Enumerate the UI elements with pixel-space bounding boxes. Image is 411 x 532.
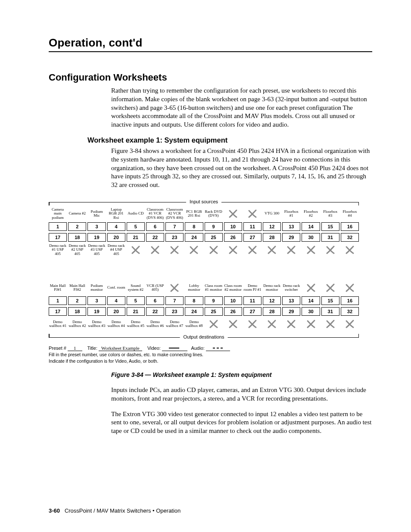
annotation-cell: Floorbox #2 <box>302 207 320 221</box>
number-cell: 10 <box>224 296 242 305</box>
number-cell: 8 <box>185 296 203 305</box>
number-cell: 26 <box>224 233 242 242</box>
crossed-out-cell <box>302 281 320 295</box>
annotation-cell: VCR (USP 405) <box>146 281 164 295</box>
crossed-out-cell <box>165 243 184 257</box>
preset-value: 1 <box>68 345 82 351</box>
number-cell: 14 <box>302 222 320 231</box>
number-cell: 4 <box>107 296 125 305</box>
crossed-out-cell <box>205 317 223 331</box>
page-footer: 3-60 CrossPoint / MAV Matrix Switchers •… <box>49 507 181 514</box>
number-cell: 5 <box>127 222 145 231</box>
number-cell: 31 <box>321 233 339 242</box>
number-cell: 1 <box>49 296 67 305</box>
annotation-cell: Classroom #1 VCR (DVS 406) <box>146 207 164 221</box>
input-numbers-row2: 17181920212223242526272829303132 <box>49 233 359 242</box>
number-cell: 25 <box>205 233 223 242</box>
crossed-out-cell <box>282 317 300 331</box>
crossed-out-cell <box>263 317 281 331</box>
number-cell: 17 <box>49 307 67 316</box>
annotation-cell: Main Hall PJ#2 <box>68 281 86 295</box>
crossed-out-cell <box>165 281 184 295</box>
number-cell: 9 <box>205 296 223 305</box>
number-cell: 11 <box>243 222 262 231</box>
annotation-cell: Demo room PJ #1 <box>243 281 262 295</box>
annotation-cell: Classroom #2 VCR (DVS 406) <box>165 207 184 221</box>
crossed-out-cell <box>146 243 164 257</box>
page-header: Operation, cont'd <box>49 36 372 50</box>
annotation-cell: Demo rack #2 USP 405 <box>68 243 86 257</box>
crossed-out-cell <box>321 281 339 295</box>
number-cell: 12 <box>263 296 281 305</box>
number-cell: 6 <box>146 296 164 305</box>
annotation-cell: Demo rack #1 USP 405 <box>49 243 67 257</box>
annotation-cell: Lobby monitor <box>185 281 203 295</box>
crossed-out-cell <box>243 317 262 331</box>
footer-title: CrossPoint / MAV Matrix Switchers • Oper… <box>65 507 181 514</box>
output-annotations-top: Main Hall PJ#1Main Hall PJ#2Podium monit… <box>49 281 359 295</box>
annotation-cell: Demo rack #4 USP 405 <box>107 243 125 257</box>
output-destinations-label: Output destinations <box>180 334 228 339</box>
annotation-cell: Class room #1 monitor <box>205 281 223 295</box>
number-cell: 23 <box>165 233 184 242</box>
annotation-cell: Demo wallbox #5 <box>127 317 145 331</box>
number-cell: 15 <box>321 222 339 231</box>
output-bracket: Output destinations <box>49 333 359 342</box>
crossed-out-cell <box>185 243 203 257</box>
number-cell: 32 <box>341 307 359 316</box>
annotation-cell: Demo wallbox #6 <box>146 317 164 331</box>
number-cell: 28 <box>263 233 281 242</box>
title-value: Worksheet Example <box>99 345 142 351</box>
annotation-cell: Sound system #2 <box>127 281 145 295</box>
annotation-cell: Floorbox #4 <box>341 207 359 221</box>
crossed-out-cell <box>341 317 359 331</box>
crossed-out-cell <box>302 243 320 257</box>
number-cell: 18 <box>68 307 86 316</box>
crossed-out-cell <box>321 317 339 331</box>
crossed-out-cell <box>224 243 242 257</box>
number-cell: 12 <box>263 222 281 231</box>
number-cell: 19 <box>87 233 106 242</box>
number-cell: 27 <box>243 233 262 242</box>
number-cell: 24 <box>185 307 203 316</box>
vtg-paragraph: The Extron VTG 300 video test generator … <box>111 410 372 436</box>
number-cell: 27 <box>243 307 262 316</box>
note-2: Indicate if the configuration is for Vid… <box>49 358 359 364</box>
crossed-out-cell <box>224 317 242 331</box>
number-cell: 19 <box>87 307 106 316</box>
number-cell: 21 <box>127 233 145 242</box>
crossed-out-cell <box>341 243 359 257</box>
crossed-out-cell <box>205 243 223 257</box>
crossed-out-cell <box>302 317 320 331</box>
example-paragraph: Figure 3-84 shows a worksheet for a Cros… <box>111 147 372 190</box>
number-cell: 25 <box>205 307 223 316</box>
number-cell: 3 <box>87 222 106 231</box>
input-bracket: Input sources <box>49 198 359 207</box>
crossed-out-cell <box>282 243 300 257</box>
number-cell: 20 <box>107 307 125 316</box>
output-numbers-row1: 12345678910111213141516 <box>49 296 359 305</box>
annotation-cell: Demo wallbox #8 <box>185 317 203 331</box>
annotation-cell: Audio CD <box>127 207 145 221</box>
audio-label: Audio: <box>191 345 205 351</box>
page-number: 3-60 <box>49 507 60 514</box>
number-cell: 8 <box>185 222 203 231</box>
video-line-icon <box>162 345 187 351</box>
annotation-cell: Demo wallbox #1 <box>49 317 67 331</box>
number-cell: 29 <box>282 307 300 316</box>
annotation-cell: Demo wallbox #4 <box>107 317 125 331</box>
number-cell: 29 <box>282 233 300 242</box>
inputs-paragraph: Inputs include PCs, an audio CD player, … <box>111 386 372 403</box>
annotation-cell: Demo rack switcher <box>282 281 300 295</box>
number-cell: 21 <box>127 307 145 316</box>
number-cell: 31 <box>321 307 339 316</box>
annotation-cell: PC1 RGB 201 Rxi <box>185 207 203 221</box>
annotation-cell: Demo rack #3 USP 405 <box>87 243 106 257</box>
annotation-cell: Conf. room <box>107 281 125 295</box>
annotation-cell: Laptop RGB 201 Rxi <box>107 207 125 221</box>
number-cell: 16 <box>341 296 359 305</box>
worksheet-figure: Input sources Camera main podiumCamera #… <box>49 198 359 364</box>
annotation-cell: Class room #2 monitor <box>224 281 242 295</box>
header-rule <box>49 51 372 52</box>
video-label: Video: <box>147 345 161 351</box>
